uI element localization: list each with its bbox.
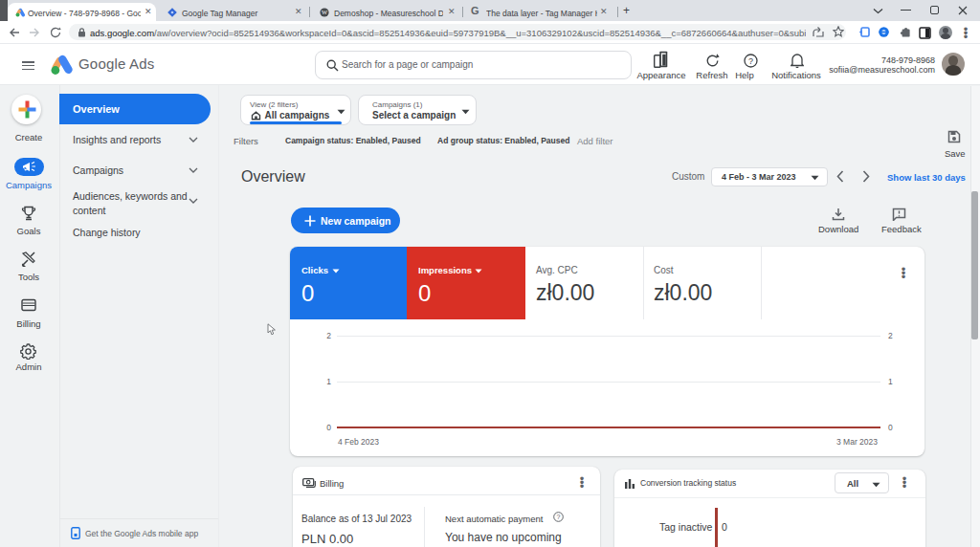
svg-text:?: ?: [748, 56, 753, 66]
svg-text:?: ?: [557, 514, 561, 520]
svg-text:W: W: [322, 9, 328, 15]
